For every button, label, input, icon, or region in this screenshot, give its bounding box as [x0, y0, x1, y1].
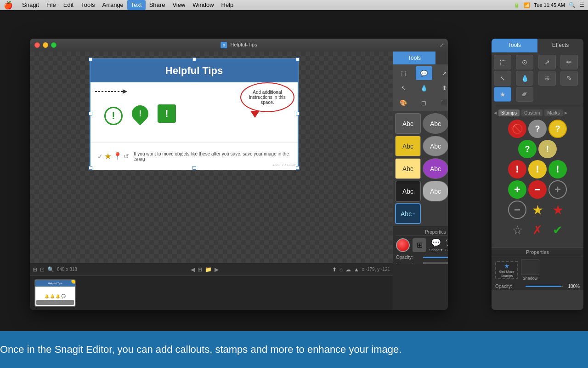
expand-button[interactable]: ⤢: [440, 42, 444, 48]
callout-stamp-purple[interactable]: Abc: [423, 158, 448, 179]
image-container[interactable]: Helpful Tips !: [90, 58, 299, 169]
rtool-fill[interactable]: 💧: [516, 71, 533, 86]
subtab-stamps[interactable]: Stamps: [498, 109, 520, 116]
callout-stamp-yellow[interactable]: Abc: [395, 136, 421, 156]
tool-paint[interactable]: 🎨: [395, 96, 412, 109]
thumbnail-item[interactable]: Helpful Tips 🔔 🔔 🔔 💬 snagproj: [34, 279, 76, 307]
menu-icon[interactable]: ☰: [579, 2, 584, 8]
search-icon[interactable]: 🔍: [569, 2, 576, 8]
home-icon[interactable]: ⌂: [339, 266, 343, 273]
line-style-select[interactable]: —————: [423, 262, 448, 264]
menubar-tools[interactable]: Tools: [77, 0, 98, 10]
rtool-select[interactable]: ⬚: [494, 55, 511, 69]
callout-stamp-dark[interactable]: Abc: [395, 181, 421, 201]
zoom-icon[interactable]: 🔍: [47, 266, 54, 273]
coords-display: x -179, y -121: [362, 267, 390, 272]
tool-callout[interactable]: 💬: [416, 66, 432, 80]
nav-frame-icon[interactable]: ⊞: [198, 266, 202, 273]
stamp-green-exclaim[interactable]: !: [548, 160, 567, 178]
stamp-red-exclaim[interactable]: !: [508, 160, 526, 178]
menubar-file[interactable]: File: [43, 0, 60, 10]
stamp-green-plus[interactable]: +: [508, 180, 526, 199]
menubar-window[interactable]: Window: [189, 0, 217, 10]
tool-arrow[interactable]: ↗: [436, 66, 448, 80]
stamp-khaki-i[interactable]: !: [538, 140, 557, 158]
opacity-slider[interactable]: [423, 257, 448, 258]
subtab-custom[interactable]: Custom: [521, 109, 543, 116]
color-swatch[interactable]: [396, 238, 410, 252]
callout-stamp-cloud2[interactable]: Abc: [423, 181, 448, 201]
plus-icon: +: [413, 211, 415, 216]
tab-effects[interactable]: Effects: [435, 52, 448, 64]
menubar-edit[interactable]: Edit: [60, 0, 77, 10]
tool-fill[interactable]: 💧: [416, 81, 432, 95]
canvas-container[interactable]: Helpful Tips !: [30, 52, 393, 264]
rtool-pointer[interactable]: ↖: [494, 71, 511, 86]
callout-stamp-yellow-bg[interactable]: Abc: [395, 158, 421, 179]
rtool-stamp[interactable]: ★: [494, 87, 511, 102]
get-more-stamps[interactable]: ★ Get More Stamps: [495, 261, 518, 279]
maximize-button[interactable]: [51, 42, 57, 48]
nav-folder-icon[interactable]: 📁: [205, 266, 212, 273]
tool-select-rect[interactable]: ⬚: [395, 66, 412, 80]
stamp-red-minus[interactable]: −: [528, 180, 547, 199]
stamp-no[interactable]: 🚫: [508, 120, 526, 138]
tool-pointer[interactable]: ↖: [395, 81, 412, 95]
rtool-pen2[interactable]: ✎: [560, 71, 578, 86]
nav-right-icon[interactable]: ▶: [215, 266, 219, 273]
stamp-gold-star[interactable]: ★: [528, 201, 547, 219]
shadow-prop-icon[interactable]: ⊞: [413, 238, 426, 252]
stamp-red-star[interactable]: ★: [548, 201, 567, 219]
stamp-gray-plus[interactable]: +: [548, 180, 567, 199]
tool-highlight[interactable]: ⬛: [436, 96, 448, 109]
menubar: 🍎 Snagit File Edit Tools Arrange Text Sh…: [0, 0, 588, 10]
callout-stamp-cloud[interactable]: Abc: [423, 136, 448, 156]
stamp-gray-q[interactable]: ?: [528, 120, 547, 138]
menubar-appname[interactable]: Snagit: [18, 0, 43, 10]
right-opacity-slider[interactable]: [526, 286, 563, 287]
share-icon[interactable]: ⬆: [332, 266, 337, 273]
shape-prop[interactable]: 💬 Shape ▾: [429, 238, 442, 252]
rtool-pen3[interactable]: ✐: [516, 87, 533, 102]
subtab-marks[interactable]: Marks: [544, 109, 562, 116]
shadow-preview[interactable]: [521, 259, 539, 275]
callout-bubble[interactable]: Add additional instructions in this spac…: [240, 82, 295, 112]
stamp-green-q[interactable]: ?: [518, 140, 537, 158]
callout-stamp-plain[interactable]: Abc: [395, 113, 421, 134]
stamp-yellow-q[interactable]: ?: [548, 120, 567, 138]
rtool-pen1[interactable]: ✏: [560, 55, 578, 69]
menubar-share[interactable]: Share: [146, 0, 169, 10]
stamp-red-x[interactable]: ✗: [528, 221, 547, 239]
minimize-button[interactable]: [43, 42, 48, 48]
menubar-view[interactable]: View: [169, 0, 189, 10]
tool-eraser[interactable]: ◻: [416, 96, 432, 109]
prop-icons-row: ⊞ 💬 Shape ▾ T Font: [396, 238, 448, 252]
close-button[interactable]: [34, 42, 40, 48]
tool-circles[interactable]: ⁜: [436, 81, 448, 95]
nav-left-icon[interactable]: ◀: [191, 266, 195, 273]
stamp-outline-star[interactable]: ☆: [508, 221, 526, 239]
rtool-select2[interactable]: ⊙: [516, 55, 533, 69]
crop-icon[interactable]: ⊡: [40, 266, 45, 273]
menubar-text[interactable]: Text: [127, 0, 146, 10]
callout-stamp-selected[interactable]: Abc +: [395, 203, 421, 224]
menu-icon-bar[interactable]: ▲: [354, 266, 359, 273]
panel-tab-tools[interactable]: Tools: [492, 39, 537, 52]
right-opacity-row: Opacity: 100%: [492, 282, 583, 290]
cloud-icon[interactable]: ☁: [345, 266, 351, 273]
grid-icon[interactable]: ⊞: [33, 266, 37, 273]
stamp-yellow-exclaim[interactable]: !: [528, 160, 547, 178]
rtool-dots[interactable]: ⁜: [538, 71, 556, 86]
nav-prev[interactable]: ◀: [494, 111, 497, 115]
stamp-green-check[interactable]: ✔: [548, 221, 567, 239]
tab-tools[interactable]: Tools: [393, 52, 435, 64]
apple-menu[interactable]: 🍎: [4, 1, 13, 10]
rtool-arrow[interactable]: ↗: [538, 55, 556, 69]
callout-stamp-round[interactable]: Abc: [423, 113, 448, 134]
menubar-arrange[interactable]: Arrange: [99, 0, 127, 10]
menubar-help[interactable]: Help: [218, 0, 237, 10]
stamp-outline-minus[interactable]: −: [508, 201, 526, 219]
font-prop[interactable]: T Font: [445, 238, 448, 252]
panel-tab-effects[interactable]: Effects: [537, 39, 583, 52]
nav-next[interactable]: ▶: [565, 111, 567, 115]
